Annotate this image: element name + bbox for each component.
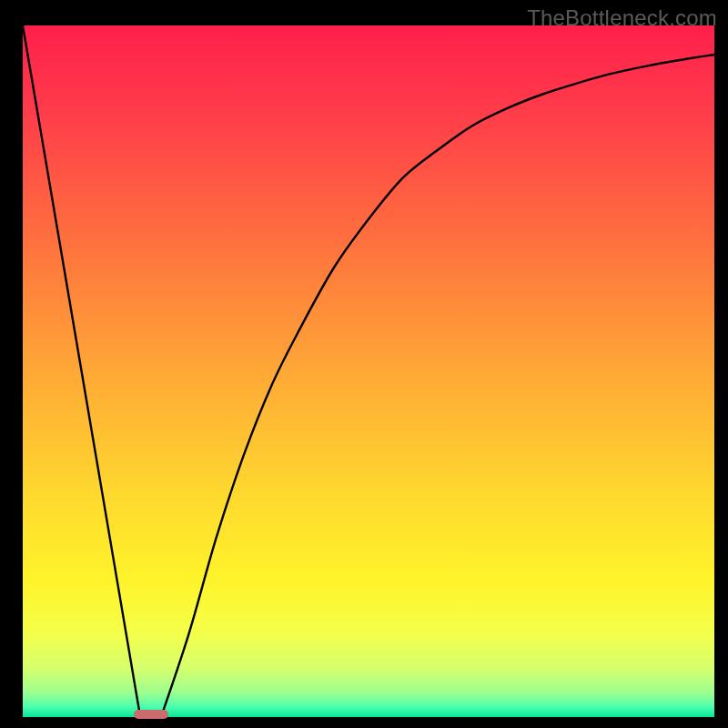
optimal-range-marker [134,710,168,719]
chart-frame: TheBottleneck.com [0,0,728,728]
plot-area [23,25,714,717]
curve-layer [23,25,714,717]
bottleneck-curve [23,25,714,717]
